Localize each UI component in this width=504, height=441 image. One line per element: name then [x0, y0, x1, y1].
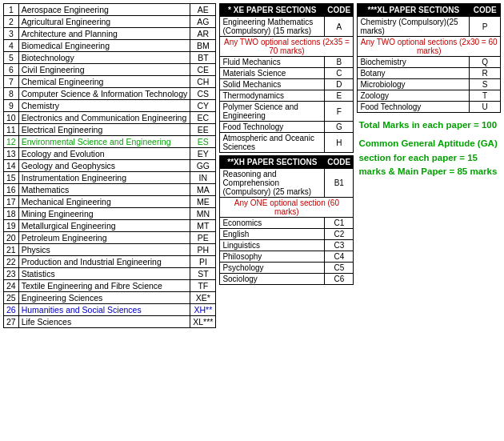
- table-row: Psychology C5: [220, 263, 354, 274]
- table-row: Thermodynamics E: [220, 90, 354, 102]
- row-name: Life Sciences: [18, 316, 190, 328]
- row-num: 15: [4, 172, 19, 184]
- section-code: C4: [325, 251, 354, 263]
- optional-note: Any TWO optional sections (2x30 = 60 mar…: [358, 37, 501, 57]
- table-row: Any TWO optional sections (2x30 = 60 mar…: [358, 37, 501, 57]
- section-name: Solid Mechanics: [220, 79, 325, 90]
- row-name: Aerospace Engineering: [18, 4, 190, 16]
- section-code: T: [470, 90, 501, 102]
- section-name: Food Technology: [358, 102, 470, 113]
- table-row: Any TWO optional sections (2x35 = 70 mar…: [220, 37, 354, 57]
- row-code: CH: [190, 76, 216, 88]
- row-num: 11: [4, 124, 19, 136]
- row-name: Metallurgical Engineering: [18, 220, 190, 232]
- table-row: 4 Biomedical Engineering BM: [4, 40, 216, 52]
- table-row: 11 Electrical Engineering EE: [4, 124, 216, 136]
- table-row: 25 Engineering Sciences XE*: [4, 292, 216, 304]
- row-code: AE: [190, 4, 216, 16]
- table-row: 14 Geology and Geophysics GG: [4, 160, 216, 172]
- row-name: Instrumentation Engineering: [18, 172, 190, 184]
- table-row: 6 Civil Engineering CE: [4, 64, 216, 76]
- row-name: Electronics and Communication Engineerin…: [18, 112, 190, 124]
- common-general-text: Common General Aptitude (GA) section for…: [358, 137, 501, 178]
- xe-code-header: CODE: [325, 4, 354, 17]
- table-row: 24 Textile Engineering and Fibre Science…: [4, 280, 216, 292]
- row-code: GG: [190, 160, 216, 172]
- table-row: 5 Biotechnology BT: [4, 52, 216, 64]
- row-code: AR: [190, 28, 216, 40]
- xe-header: * XE PAPER SECTIONS: [220, 4, 325, 17]
- row-code: XH**: [190, 304, 216, 316]
- section-name: Polymer Science and Engineering: [220, 102, 325, 122]
- row-code: BT: [190, 52, 216, 64]
- row-code: MA: [190, 184, 216, 196]
- row-name: Ecology and Evolution: [18, 148, 190, 160]
- row-num: 25: [4, 292, 19, 304]
- section-name: Botany: [358, 68, 470, 79]
- row-code: XE*: [190, 292, 216, 304]
- row-num: 20: [4, 232, 19, 244]
- row-name: Chemistry: [18, 100, 190, 112]
- table-row: 2 Agricultural Engineering AG: [4, 16, 216, 28]
- row-name: Humanities and Social Sciences: [18, 304, 190, 316]
- row-num: 4: [4, 40, 19, 52]
- row-code: ES: [190, 136, 216, 148]
- section-code: C2: [325, 229, 354, 240]
- row-name: Civil Engineering: [18, 64, 190, 76]
- row-num: 5: [4, 52, 19, 64]
- xl-paper-table: ***XL PAPER SECTIONS CODE Chemistry (Com…: [357, 3, 501, 113]
- table-row: Biochemistry Q: [358, 57, 501, 68]
- row-code: PH: [190, 244, 216, 256]
- row-name: Architecture and Planning: [18, 28, 190, 40]
- section-name: Sociology: [220, 274, 325, 285]
- row-name: Textile Engineering and Fibre Science: [18, 280, 190, 292]
- section-code: D: [325, 79, 354, 90]
- right-section: ***XL PAPER SECTIONS CODE Chemistry (Com…: [357, 3, 501, 328]
- table-row: 12 Environmental Science and Engineering…: [4, 136, 216, 148]
- section-code: B: [325, 57, 354, 68]
- table-row: 19 Metallurgical Engineering MT: [4, 220, 216, 232]
- section-name: Thermodynamics: [220, 90, 325, 102]
- row-name: Electrical Engineering: [18, 124, 190, 136]
- row-name: Petroleum Engineering: [18, 232, 190, 244]
- row-num: 10: [4, 112, 19, 124]
- table-row: 7 Chemical Engineering CH: [4, 76, 216, 88]
- row-name: Mining Engineering: [18, 208, 190, 220]
- section-code: Q: [470, 57, 501, 68]
- section-name: Chemistry (Compulsory)(25 marks): [358, 17, 470, 37]
- row-num: 14: [4, 160, 19, 172]
- row-num: 21: [4, 244, 19, 256]
- row-code: ST: [190, 268, 216, 280]
- row-num: 17: [4, 196, 19, 208]
- table-row: 1 Aerospace Engineering AE: [4, 4, 216, 16]
- table-row: Chemistry (Compulsory)(25 marks) P: [358, 17, 501, 37]
- table-row: English C2: [220, 229, 354, 240]
- row-name: Production and Industrial Engineering: [18, 256, 190, 268]
- row-name: Environmental Science and Engineering: [18, 136, 190, 148]
- row-name: Geology and Geophysics: [18, 160, 190, 172]
- section-name: Linguistics: [220, 240, 325, 251]
- row-code: XL***: [190, 316, 216, 328]
- section-code: C6: [325, 274, 354, 285]
- row-name: Chemical Engineering: [18, 76, 190, 88]
- row-code: IN: [190, 172, 216, 184]
- table-row: Food Technology U: [358, 102, 501, 113]
- section-code: A: [325, 17, 354, 37]
- row-code: EC: [190, 112, 216, 124]
- section-name: Food Technology: [220, 122, 325, 133]
- row-name: Computer Science & Information Technolog…: [18, 88, 190, 100]
- section-code: E: [325, 90, 354, 102]
- table-row: Microbiology S: [358, 79, 501, 90]
- section-code: G: [325, 122, 354, 133]
- row-code: PI: [190, 256, 216, 268]
- row-name: Biotechnology: [18, 52, 190, 64]
- xl-header: ***XL PAPER SECTIONS: [358, 4, 470, 17]
- row-code: MN: [190, 208, 216, 220]
- section-code: B1: [325, 169, 354, 198]
- section-code: C5: [325, 263, 354, 274]
- row-num: 16: [4, 184, 19, 196]
- section-code: P: [470, 17, 501, 37]
- row-num: 18: [4, 208, 19, 220]
- table-row: 8 Computer Science & Information Technol…: [4, 88, 216, 100]
- row-name: Engineering Sciences: [18, 292, 190, 304]
